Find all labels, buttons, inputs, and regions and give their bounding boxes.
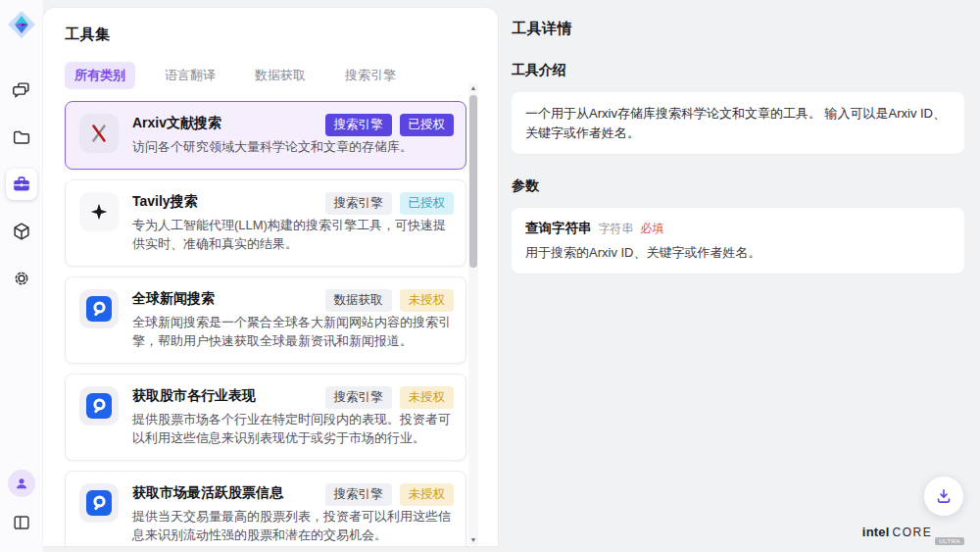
tool-description: 提供股票市场各个行业在特定时间段内的表现。投资者可以利用这些信息来识别表现优于或… [132,410,452,448]
intro-text: 一个用于从Arxiv存储库搜索科学论文和文章的工具。 输入可以是Arxiv ID… [525,104,951,142]
intel-core-logo: intel CORE ULTRA [862,525,964,539]
detail-title: 工具详情 [512,20,964,38]
user-icon [14,476,29,491]
category-badge: 搜索引擎 [325,483,392,506]
scrollbar-thumb[interactable] [469,95,477,268]
tool-description: 访问各个研究领域大量科学论文和文章的存储库。 [132,137,452,157]
category-badge: 搜索引擎 [325,192,392,215]
folder-icon [11,126,32,148]
category-tabs: 所有类别 语言翻译 数据获取 搜索引擎 [65,62,498,89]
cube-icon [11,221,32,242]
chat-icon [11,79,32,101]
list-scrollbar[interactable]: ▲ ▼ [468,83,478,545]
tool-card-sector-performance[interactable]: 获取股市各行业表现 提供股票市场各个行业在特定时间段内的表现。投资者可以利用这些… [65,374,466,461]
app-logo [7,10,36,39]
tool-card-arxiv[interactable]: Arxiv文献搜索 访问各个研究领域大量科学论文和文章的存储库。 搜索引擎 已授… [65,101,466,170]
auth-status-badge: 未授权 [400,289,455,312]
sidebar-item-models[interactable] [6,216,37,247]
param-type: 字符串 [599,221,634,237]
param-box: 查询字符串 字符串 必填 用于搜索的Arxiv ID、关键字或作者姓名。 [512,208,964,274]
scroll-down-arrow-icon[interactable]: ▼ [468,535,478,545]
tool-description: 全球新闻搜索是一个聚合全球各大新闻网站内容的搜索引擎，帮助用户快速获取全球最新资… [132,313,452,351]
tab-language-translation[interactable]: 语言翻译 [155,62,225,89]
sidebar-item-settings[interactable] [6,263,37,294]
sidebar-item-chat[interactable] [6,75,37,106]
user-avatar[interactable] [8,470,35,497]
tab-search-engine[interactable]: 搜索引擎 [335,62,406,89]
download-icon [934,486,954,506]
sidebar-item-files[interactable] [6,122,37,153]
tab-data-acquisition[interactable]: 数据获取 [245,62,316,89]
category-badge: 搜索引擎 [325,386,392,409]
tool-description: 专为人工智能代理(LLM)构建的搜索引擎工具，可快速提供实时、准确和真实的结果。 [132,216,452,254]
tool-list-panel: 工具集 所有类别 语言翻译 数据获取 搜索引擎 Arxiv文献搜索 [43,8,498,546]
tool-card-global-news[interactable]: 全球新闻搜索 全球新闻搜索是一个聚合全球各大新闻网站内容的搜索引擎，帮助用户快速… [65,276,466,364]
auth-status-badge: 未授权 [400,386,455,409]
auth-status-badge: 未授权 [400,483,455,506]
search-q-icon [79,483,119,523]
layout-panels-icon [11,512,32,533]
auth-status-badge: 已授权 [400,114,455,136]
param-required-flag: 必填 [641,221,664,237]
param-description: 用于搜索的Arxiv ID、关键字或作者姓名。 [525,244,951,262]
arxiv-logo-icon [79,114,119,153]
brand-ultra-badge: ULTRA [935,537,964,545]
brand-core-text: CORE [893,526,933,539]
scroll-up-arrow-icon[interactable]: ▲ [468,83,478,93]
tool-detail-panel: 工具详情 工具介绍 一个用于从Arxiv存储库搜索科学论文和文章的工具。 输入可… [498,0,980,552]
brand-intel-text: intel [862,525,890,539]
tool-card-tavily[interactable]: Tavily搜索 专为人工智能代理(LLM)构建的搜索引擎工具，可快速提供实时、… [65,179,466,267]
category-badge: 搜索引擎 [325,114,392,136]
search-q-icon [79,386,119,426]
settings-gear-icon [11,268,32,289]
left-sidebar [0,0,43,552]
tab-all-categories[interactable]: 所有类别 [65,62,135,89]
collapse-panel-button[interactable] [6,507,37,538]
search-q-icon [79,289,119,328]
tavily-sparkle-icon [79,192,119,231]
param-name: 查询字符串 [525,220,592,237]
intro-heading: 工具介绍 [512,62,964,79]
intro-box: 一个用于从Arxiv存储库搜索科学论文和文章的工具。 输入可以是Arxiv ID… [512,92,964,154]
tool-description: 提供当天交易量最高的股票列表，投资者可以利用这些信息来识别流动性强的股票和潜在的… [132,507,452,545]
auth-status-badge: 已授权 [400,192,455,215]
category-badge: 数据获取 [325,289,392,312]
tool-card-list: Arxiv文献搜索 访问各个研究领域大量科学论文和文章的存储库。 搜索引擎 已授… [65,101,466,546]
tool-card-active-stocks[interactable]: 获取市场最活跃股票信息 提供当天交易量最高的股票列表，投资者可以利用这些信息来识… [65,471,466,547]
download-button[interactable] [924,477,963,516]
params-heading: 参数 [512,177,964,195]
sidebar-item-tools[interactable] [6,169,37,200]
toolbox-icon [11,174,32,195]
tool-list-title: 工具集 [65,25,498,44]
